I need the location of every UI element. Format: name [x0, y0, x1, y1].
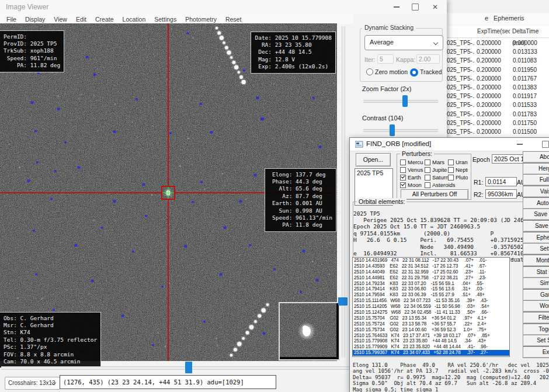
- perturber-pluto[interactable]: Pluto: [448, 174, 468, 181]
- kappa-field[interactable]: 2.00: [416, 54, 440, 64]
- observation-row[interactable]: 2510 14.79594 K83 22 33 06.39 -15 55 27.…: [353, 292, 509, 298]
- pixel-readout-input[interactable]: [60, 375, 276, 389]
- observation-row[interactable]: 2510 14.79234 K83 22 33 07.20 -15 56 59.…: [353, 281, 509, 287]
- observation-row[interactable]: 2510 15.764633 K74 23 17 37.471 +39 18 0…: [353, 333, 509, 339]
- observation-row[interactable]: 2510 15.114205 W68 22 34 06.559 -11 50 5…: [353, 304, 509, 310]
- perturber-neptu[interactable]: Neptu: [448, 166, 468, 173]
- observation-row[interactable]: 2510 15.75704 G02 23 13 55.34 +36 54 01.…: [353, 315, 509, 321]
- ephem-deltatime-header[interactable]: DeltaTime (min): [510, 26, 549, 38]
- side-button-toggle[interactable]: Toggle: [523, 324, 549, 335]
- vertical-slider-handle[interactable]: [338, 297, 348, 306]
- vertical-slider-track[interactable]: [342, 26, 345, 358]
- side-button-worst[interactable]: Worst: [523, 300, 549, 312]
- observation-row[interactable]: 2510 14.43593 E62 22 31 34.512 -17 26 12…: [353, 263, 509, 269]
- zero-motion-radio[interactable]: [366, 68, 373, 75]
- observation-row[interactable]: 2510 15.779909 K74 23 23 35.820 +44 48 1…: [353, 344, 509, 350]
- menu-location[interactable]: Location: [120, 16, 149, 23]
- crosshairs-size-select[interactable]: Crosshairs: 13x13: [5, 377, 60, 390]
- observation-row[interactable]: 2510 14.79414 K83 22 33 06.80 -15 56 13.…: [353, 286, 509, 292]
- ephem-cell: 0.200000: [477, 74, 509, 83]
- menu-display[interactable]: Display: [22, 16, 48, 23]
- side-button-save-resi[interactable]: Save Resi: [523, 209, 549, 220]
- perturber-label: Jupite: [432, 166, 447, 173]
- star-field-image[interactable]: PermID: ProvID: 2025 TP5 TrkSub: xoph188…: [0, 23, 337, 361]
- side-button-vaisa[interactable]: Vaisa: [523, 186, 549, 197]
- ephem-cell: 025_TP5-...: [447, 83, 475, 92]
- side-button-exit[interactable]: Exit: [523, 346, 549, 358]
- findorb-maximize-button[interactable]: [538, 138, 549, 151]
- frame-slider-handle[interactable]: [185, 362, 192, 373]
- menu-edit[interactable]: Edit: [73, 16, 89, 23]
- perturber-asteroids[interactable]: Asteroids: [425, 182, 468, 188]
- perturber-venus[interactable]: Venus: [400, 166, 425, 173]
- stacking-method-select[interactable]: Average: [364, 35, 443, 50]
- findorb-minimize-button[interactable]: [512, 138, 527, 151]
- side-button-simpl[interactable]: Simpl: [523, 277, 549, 289]
- side-button-settin[interactable]: Settin: [523, 243, 549, 255]
- tracked-radio[interactable]: [410, 68, 418, 77]
- menu-photometry[interactable]: Photometry: [182, 16, 220, 23]
- checkbox-icon: [448, 159, 454, 165]
- zoom-slider-handle[interactable]: [402, 95, 408, 107]
- menu-settings[interactable]: Settings: [151, 16, 179, 23]
- maximize-button[interactable]: [406, 0, 424, 14]
- ephem-cell: 025_TP5-...: [447, 110, 475, 119]
- ephem-cell: 0.200000: [477, 65, 509, 74]
- window-title: Image Viewer: [6, 3, 48, 11]
- minimize-button[interactable]: [388, 0, 405, 14]
- observation-row[interactable]: 2510 14.431969 474 22 31 08.112 -17 22 3…: [353, 258, 509, 263]
- perturber-uranu[interactable]: Uranu: [448, 159, 468, 165]
- menu-ephemeris[interactable]: Ephemeris: [494, 15, 524, 22]
- perturber-mercu[interactable]: Mercu: [400, 159, 425, 165]
- observation-row[interactable]: 2510 15.779908 K74 23 23 35.80 +44 48 14…: [353, 338, 509, 344]
- menu-reset[interactable]: Reset: [223, 16, 244, 23]
- observation-row[interactable]: 2510 15.124275 W68 22 34 02.458 -11 41 1…: [353, 310, 509, 315]
- side-button-about[interactable]: About: [523, 151, 549, 163]
- ephem-cell: 0.200000: [477, 110, 509, 119]
- side-button-auto-so[interactable]: Auto-So: [523, 197, 549, 209]
- ephem-cell: 0.011750: [513, 119, 548, 127]
- side-button-monte-c[interactable]: Monte C: [523, 255, 549, 266]
- minimize-icon: [517, 144, 523, 145]
- perturber-mars[interactable]: Mars: [425, 159, 448, 165]
- observation-row[interactable]: 2510 14.44981 E62 22 31 29.758 -17 22 38…: [353, 275, 509, 281]
- open-button[interactable]: Open...: [356, 153, 391, 166]
- iter-field[interactable]: 5: [377, 54, 394, 64]
- side-button-gaus[interactable]: Gaus: [523, 289, 549, 301]
- viewer-menubar: FileDisplayViewEditCreateLocationSetting…: [0, 14, 354, 24]
- observation-row[interactable]: 2510 15.75724 G02 23 13 58.78 +36 57 55.…: [353, 321, 509, 327]
- side-button-save-eler[interactable]: Save eler: [523, 220, 549, 232]
- menu-create[interactable]: Create: [92, 16, 117, 23]
- kappa-label: Kappa:: [396, 56, 415, 63]
- zoom-slider-track[interactable]: [363, 100, 438, 103]
- perturber-label: Mercu: [408, 159, 423, 165]
- r1-field[interactable]: 0.0114: [485, 177, 517, 186]
- ephem-exptime-header[interactable]: ExpTime(sec): [475, 26, 512, 38]
- observation-row[interactable]: 2510 14.44049 E62 22 31 32.959 -17 25 02…: [353, 269, 509, 275]
- side-button-full-st[interactable]: Full st: [523, 174, 549, 186]
- r2-field[interactable]: 95036km: [485, 189, 517, 199]
- side-button-filter-o[interactable]: Filter o: [523, 312, 549, 324]
- menu-file[interactable]: File: [4, 16, 19, 23]
- perturber-moon[interactable]: Moon: [400, 182, 425, 188]
- side-button-stat-rar[interactable]: Stat Rar: [523, 266, 549, 278]
- side-button-set-sigr[interactable]: Set Sigr: [523, 335, 549, 346]
- checkbox-icon: [400, 182, 406, 188]
- observation-row[interactable]: 2510 15.799367 K74 23 34 07.433 +52 28 2…: [353, 350, 509, 356]
- contrast-slider-handle[interactable]: [390, 124, 395, 136]
- side-button-herget[interactable]: Herget: [523, 163, 549, 175]
- perturber-jupite[interactable]: Jupite: [425, 166, 448, 173]
- menu-view[interactable]: View: [51, 16, 70, 23]
- ephem-cell: 0.200000: [477, 100, 509, 109]
- perturber-saturn[interactable]: Saturn: [425, 174, 448, 181]
- observation-row[interactable]: 2510 15.75734 G02 23 14 00.60 +36 59 52.…: [353, 327, 509, 333]
- close-button[interactable]: ✕: [426, 0, 444, 14]
- observation-row[interactable]: 2510 15.111456 W68 22 34 07.723 -11 53 3…: [353, 298, 509, 304]
- side-button-epheme[interactable]: Epheme: [523, 232, 549, 244]
- object-list-item[interactable]: 2025 TP5: [355, 169, 392, 177]
- perturber-earth[interactable]: Earth: [400, 174, 425, 181]
- contrast-slider-track[interactable]: [363, 129, 438, 132]
- frame-slider-track[interactable]: [1, 366, 349, 370]
- all-perturbers-off-button[interactable]: All Perturbers Off: [401, 189, 468, 200]
- chevron-down-icon: [433, 40, 438, 45]
